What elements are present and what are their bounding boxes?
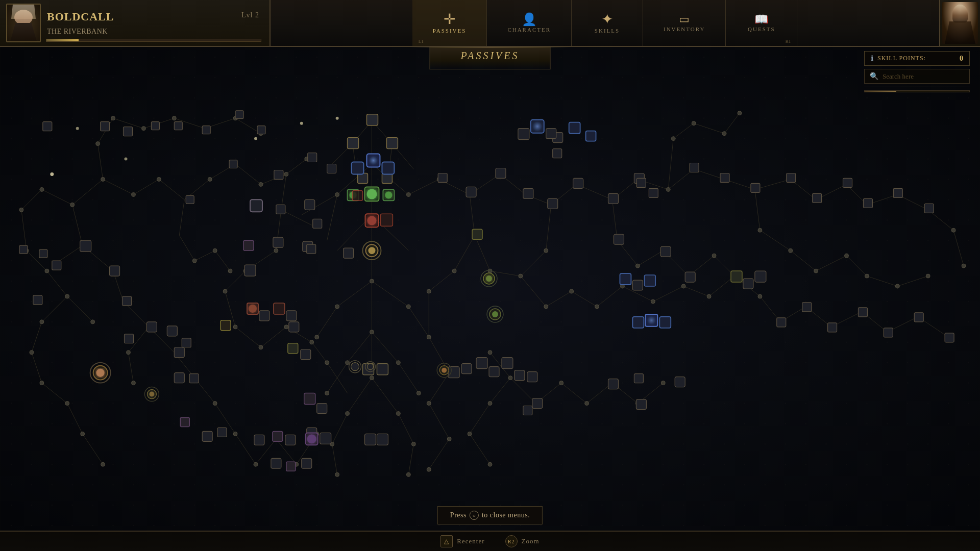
svg-rect-471 [546, 129, 556, 139]
svg-rect-345 [523, 188, 533, 198]
skills-label: Skills [595, 28, 620, 34]
svg-rect-369 [167, 326, 177, 336]
svg-point-260 [447, 437, 451, 441]
svg-point-282 [228, 269, 232, 273]
svg-point-456 [486, 276, 492, 282]
svg-point-286 [233, 325, 237, 329]
svg-point-198 [370, 279, 374, 283]
svg-rect-414 [743, 279, 753, 289]
search-progress-fill [865, 91, 896, 92]
svg-point-189 [157, 177, 161, 181]
svg-point-262 [488, 350, 492, 355]
svg-point-241 [845, 254, 849, 258]
svg-rect-420 [675, 377, 685, 387]
svg-rect-410 [644, 275, 655, 286]
svg-point-181 [96, 142, 100, 146]
svg-point-175 [30, 350, 34, 355]
svg-rect-316 [276, 205, 285, 214]
svg-point-209 [346, 411, 350, 415]
svg-point-201 [335, 305, 339, 309]
svg-rect-470 [518, 129, 529, 140]
svg-rect-341 [307, 244, 316, 254]
search-input[interactable] [883, 72, 964, 81]
bottom-bar: △ Recenter R2 Zoom [0, 531, 980, 551]
svg-point-266 [488, 462, 492, 466]
skill-tree-canvas[interactable] [0, 47, 980, 531]
svg-rect-368 [244, 265, 256, 276]
character-portrait [6, 4, 41, 42]
svg-point-225 [722, 132, 726, 136]
svg-point-251 [651, 299, 655, 304]
svg-rect-431 [180, 417, 189, 427]
svg-rect-423 [777, 318, 786, 327]
top-right-panel: ℹ Skill Points: 0 🔍 [864, 51, 970, 92]
svg-point-212 [411, 442, 415, 446]
svg-point-445 [351, 363, 359, 371]
character-xp-fill [46, 39, 79, 41]
tab-character[interactable]: 👤 Character [487, 0, 572, 46]
svg-rect-440 [302, 458, 312, 468]
svg-point-182 [111, 116, 115, 120]
svg-point-442 [307, 434, 316, 443]
svg-rect-306 [101, 122, 110, 131]
svg-rect-375 [52, 261, 61, 270]
svg-rect-438 [271, 458, 281, 468]
zoom-action[interactable]: R2 Zoom [505, 535, 540, 547]
svg-rect-436 [285, 435, 296, 445]
inventory-label: Inventory [664, 26, 705, 32]
svg-rect-381 [182, 338, 191, 347]
svg-rect-378 [33, 295, 42, 305]
svg-point-476 [76, 127, 79, 130]
tab-passives[interactable]: L1 ✛ Passives [412, 0, 487, 46]
top-hud: Boldcall Lvl 2 The Riverbank L1 ✛ Passiv… [0, 0, 980, 47]
skills-icon: ✦ [601, 12, 613, 27]
svg-point-222 [666, 187, 670, 191]
svg-rect-313 [186, 195, 194, 204]
svg-point-247 [544, 305, 548, 309]
svg-rect-380 [19, 245, 28, 254]
svg-rect-315 [274, 170, 283, 179]
svg-rect-405 [527, 372, 537, 382]
svg-rect-311 [235, 111, 243, 119]
svg-rect-419 [659, 317, 671, 328]
svg-rect-412 [685, 272, 695, 282]
svg-rect-376 [110, 266, 120, 276]
svg-point-167 [40, 187, 44, 191]
svg-rect-328 [382, 162, 394, 174]
svg-rect-342 [438, 173, 447, 182]
svg-point-469 [533, 122, 542, 131]
search-icon: 🔍 [870, 72, 878, 81]
svg-rect-364 [649, 188, 658, 197]
svg-point-177 [65, 402, 69, 406]
svg-rect-351 [720, 173, 729, 182]
svg-rect-346 [548, 198, 558, 209]
svg-rect-325 [352, 162, 364, 174]
recenter-action[interactable]: △ Recenter [440, 535, 484, 547]
svg-rect-394 [317, 404, 327, 414]
recenter-button[interactable]: △ [440, 535, 453, 547]
svg-point-447 [368, 364, 374, 370]
svg-rect-384 [189, 374, 199, 383]
character-level: Lvl 2 [241, 11, 259, 19]
character-icon: 👤 [522, 13, 537, 26]
svg-point-193 [284, 172, 288, 176]
svg-rect-362 [553, 149, 562, 158]
tab-skills[interactable]: ✦ Skills [572, 0, 643, 46]
svg-rect-348 [608, 193, 619, 204]
svg-rect-354 [813, 193, 822, 203]
svg-rect-397 [365, 434, 376, 445]
zoom-button[interactable]: R2 [505, 535, 518, 547]
svg-point-183 [141, 127, 145, 131]
svg-point-292 [131, 381, 135, 385]
svg-point-334 [385, 191, 392, 198]
svg-point-169 [19, 208, 23, 212]
navigation-tabs: L1 ✛ Passives 👤 Character ✦ Skills ▭ Inv… [271, 0, 939, 46]
svg-point-246 [519, 274, 523, 278]
search-bar[interactable]: 🔍 [864, 69, 970, 84]
svg-point-295 [233, 432, 237, 436]
svg-point-386 [249, 305, 257, 313]
tab-inventory[interactable]: ▭ Inventory [643, 0, 726, 46]
svg-rect-379 [39, 249, 47, 258]
tab-quests[interactable]: 📖 Quests R1 [726, 0, 797, 46]
svg-point-418 [647, 316, 655, 324]
